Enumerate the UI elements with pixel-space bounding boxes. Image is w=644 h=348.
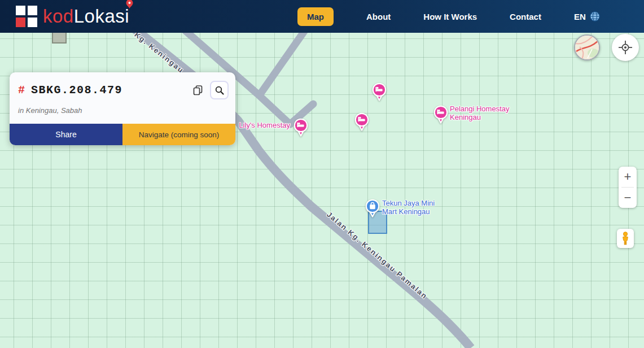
copy-icon [193, 85, 203, 95]
poi-label-pelangi-homestay[interactable]: Pelangi Homestay Keningau [450, 105, 510, 121]
building-footprint [52, 33, 67, 44]
nav-item-about[interactable]: About [366, 12, 391, 21]
homestay-marker-lilys[interactable] [292, 116, 310, 140]
navbar: kodLokasi Map About How It Works Contact… [0, 0, 644, 33]
road-branch-east [260, 33, 305, 95]
map-canvas[interactable]: Kg. Keningau Jalan Kg. Keningau Pamalan [0, 33, 644, 348]
map-pin-icon [126, 0, 133, 9]
hash-symbol: # [18, 84, 25, 97]
logo-text: kodLokasi [43, 5, 129, 28]
map-type-thumbnail-button[interactable] [574, 34, 600, 60]
poi-label-line: Keningau [450, 113, 510, 121]
nav-item-map[interactable]: Map [297, 7, 334, 26]
navigate-button[interactable]: Navigate (coming soon) [122, 124, 235, 145]
homestay-marker[interactable] [370, 81, 388, 105]
homestay-marker-pelangi[interactable] [432, 103, 450, 127]
zoom-in-button[interactable]: + [619, 167, 637, 187]
language-switcher[interactable]: EN [574, 11, 600, 21]
homestay-marker[interactable] [353, 111, 371, 134]
poi-label-line: Tekun Jaya Mini [382, 199, 435, 207]
logo-grid-icon [16, 6, 37, 27]
poi-label-line: Pelangi Homestay [450, 105, 510, 113]
code-row: # SBKG.208.479 [10, 72, 235, 99]
poi-label-lilys-homestay[interactable]: Lily's Homestay [234, 121, 290, 129]
store-marker-tekun-jaya[interactable] [363, 197, 382, 221]
logo[interactable]: kodLokasi [16, 5, 129, 28]
nav-item-contact[interactable]: Contact [510, 12, 541, 21]
logo-text-lokasi: Lokasi [74, 6, 129, 27]
language-code: EN [574, 12, 586, 21]
copy-code-button[interactable] [191, 83, 205, 98]
street-view-pegman-button[interactable] [617, 229, 634, 248]
location-subtitle: in Keningau, Sabah [10, 99, 235, 124]
globe-icon [590, 11, 600, 21]
zoom-control: + − [619, 167, 637, 208]
kodlokasi-app: kodLokasi Map About How It Works Contact… [0, 0, 644, 348]
main-menu: Map About How It Works Contact EN [297, 0, 600, 33]
nav-item-how-it-works[interactable]: How It Works [423, 12, 477, 21]
card-actions: Share Navigate (coming soon) [10, 124, 235, 145]
logo-text-kod: kod [43, 6, 74, 27]
search-icon [215, 86, 224, 95]
location-code: SBKG.208.479 [31, 84, 122, 97]
my-location-button[interactable] [612, 34, 639, 61]
search-button[interactable] [210, 81, 229, 99]
poi-label-line: Mart Keningau [382, 207, 435, 216]
crosshair-icon [618, 40, 633, 55]
pegman-icon [620, 232, 630, 245]
share-button[interactable]: Share [10, 124, 122, 145]
zoom-out-button[interactable]: − [619, 188, 637, 208]
location-card: # SBKG.208.479 in Keningau, Sabah [10, 72, 235, 145]
poi-label-tekun-jaya[interactable]: Tekun Jaya Mini Mart Keningau [382, 199, 435, 216]
minimap-preview-icon [575, 36, 599, 59]
